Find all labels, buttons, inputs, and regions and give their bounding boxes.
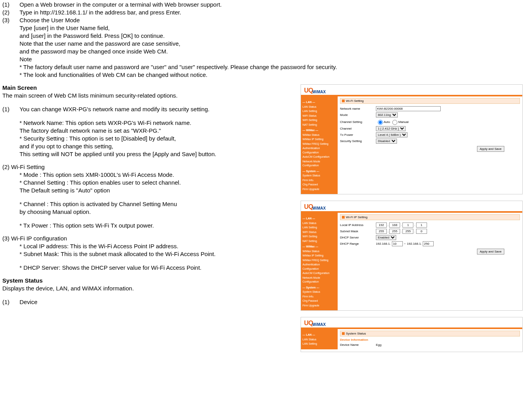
ip-p2: * Subnet Mask: This is the subnet mask a…: [20, 251, 297, 257]
logo-wimax: WiMAX: [312, 90, 326, 94]
sb2-firm-info[interactable]: Firm Info.: [303, 295, 336, 299]
devname-value: Egg: [376, 343, 381, 347]
sidebar-2: --- LAN --- LAN Status LAN Setting WiFi …: [301, 213, 338, 310]
logo-uq: UQ: [304, 87, 313, 94]
sidebar-firm-upgrade[interactable]: Firm Upgrade: [303, 187, 336, 192]
dhcp-label: DHCP Server: [340, 236, 376, 239]
wifi-p3: The Default setting is "Auto" option: [20, 187, 297, 194]
sb2-lan-h: --- LAN ---: [303, 217, 336, 221]
ch-select[interactable]: 1 [ 2.412 GHz ]: [376, 126, 406, 131]
logo-3: UQ WiMAX: [301, 317, 522, 327]
sb2-wimax-ip[interactable]: WiMax IP Setting: [303, 254, 336, 258]
step-text-1: Open a Web browser in the computer or a …: [20, 1, 222, 8]
sidebar-firm-info[interactable]: Firm Info.: [303, 178, 336, 183]
sb2-autocm[interactable]: AutoCM Configuration: [303, 271, 336, 276]
sb2-netmode[interactable]: Network Mode Configuration: [303, 276, 336, 284]
devname-label: Device Name: [340, 343, 376, 347]
sb3-lan-h: --- LAN ---: [303, 333, 336, 337]
sys-device-text: Device: [20, 299, 37, 305]
step3-p7: * The look and functionalities of Web CM…: [20, 71, 523, 78]
device-info-h: Device Information: [340, 338, 520, 342]
screenshot-wifi-setting: UQ WiMAX --- LAN --- LAN Status LAN Sett…: [301, 84, 523, 194]
panel-title-text-3: System Status: [346, 332, 366, 335]
sb2-wimax-status[interactable]: WiMax Status: [303, 249, 336, 254]
step3-p6: * The factory default user name and pass…: [20, 64, 523, 70]
sb3-lan-status[interactable]: LAN Status: [303, 338, 336, 342]
wifi-heading: (2) Wi-Fi Setting: [2, 164, 297, 170]
ip-b[interactable]: [389, 222, 400, 228]
ip-p3: * DHCP Server: Shows the DHCP server val…: [20, 264, 297, 271]
apply-save-button[interactable]: Apply and Save: [477, 146, 504, 152]
ip-d[interactable]: [416, 222, 427, 228]
mask-c[interactable]: [402, 229, 413, 234]
netname-input[interactable]: [376, 106, 441, 111]
sb2-firm-upgrade[interactable]: Firm Upgrade: [303, 304, 336, 308]
logo-wimax-2: WiMAX: [312, 206, 326, 210]
logo-wimax-3: WiMAX: [312, 322, 326, 327]
mode-select[interactable]: 802.11bg: [376, 112, 398, 117]
sb2-lan-status[interactable]: LAN Status: [303, 221, 336, 226]
sidebar-lan-setting[interactable]: LAN Setting: [303, 109, 336, 114]
chset-label: Channel Setting: [340, 120, 376, 124]
main-step-1: (1) You can change WXR-PG's network name…: [2, 106, 297, 112]
sec-select[interactable]: Disabled: [376, 139, 397, 144]
apply-save-button-2[interactable]: Apply and Save: [477, 249, 504, 254]
sys-p1: Displays the device, LAN, and WiMAX info…: [2, 285, 297, 292]
sidebar-sys-status[interactable]: System Status: [303, 174, 336, 178]
ip-a[interactable]: [376, 222, 387, 228]
screenshot-wifi-ip: UQ WiMAX --- LAN --- LAN Status LAN Sett…: [301, 201, 523, 311]
panel-icon: [342, 100, 345, 102]
tx-select[interactable]: Level 4 ( 6dBm ): [376, 132, 408, 137]
range-prefix1: 192.168.1.: [376, 242, 391, 246]
dhcp-select[interactable]: Enabled: [376, 235, 396, 240]
main-screen-heading: Main Screen: [2, 84, 297, 91]
sb2-wifi-setting[interactable]: WiFi Setting: [303, 235, 336, 239]
sb3-lan-setting[interactable]: LAN Setting: [303, 342, 336, 346]
sidebar-wimax-freq[interactable]: WiMax FREQ Setting: [303, 142, 336, 146]
sidebar-wifi-status[interactable]: WiFi Status: [303, 114, 336, 118]
sb2-sys-status[interactable]: System Status: [303, 290, 336, 294]
sb2-auth[interactable]: Authentication Configuration: [303, 263, 336, 271]
chset-auto-radio[interactable]: [378, 120, 383, 125]
sb2-lan-setting[interactable]: LAN Setting: [303, 226, 336, 230]
sb2-nat-setting[interactable]: NAT Setting: [303, 239, 336, 244]
wifi-p4: * Channel : This option is activated by …: [20, 201, 297, 207]
netname-label: Network name: [340, 107, 376, 110]
sb2-wifi-status[interactable]: WiFi Status: [303, 230, 336, 235]
step-1: (1) Open a Web browser in the computer o…: [2, 1, 523, 8]
sidebar-wimax-ip[interactable]: WiMax IP Setting: [303, 137, 336, 142]
range-v1[interactable]: [392, 241, 403, 246]
panel-title-text: Wi-Fi Setting: [346, 99, 364, 103]
sec-label: Security Setting: [340, 139, 376, 143]
sidebar-sys-h: --- System ---: [303, 169, 336, 174]
sidebar-lan-status[interactable]: LAN Status: [303, 105, 336, 109]
localip-label: Local IP Address: [340, 223, 376, 227]
sidebar-wimax-status[interactable]: WiMax Status: [303, 133, 336, 137]
ip-c[interactable]: [402, 222, 413, 228]
sb2-wimax-freq[interactable]: WiMax FREQ Setting: [303, 258, 336, 263]
step-text-2: Type in http://192.168.1.1/ in the addre…: [20, 9, 181, 16]
sidebar-netmode[interactable]: Network Mode Configuration: [303, 160, 336, 168]
panel-title-sys: System Status: [340, 331, 520, 336]
main-b5: This setting will NOT be applied until y…: [20, 151, 297, 157]
step3-p4: and the password may be changed once ins…: [20, 48, 523, 55]
sidebar-chg-passwd[interactable]: Chg Passwd: [303, 183, 336, 187]
sb2-chg-passwd[interactable]: Chg Passwd: [303, 299, 336, 303]
sidebar-nat-setting[interactable]: NAT Setting: [303, 123, 336, 127]
sidebar-auth[interactable]: Authentication Configuration: [303, 146, 336, 155]
main-step1-text: You can change WXR-PG's network name and…: [20, 106, 210, 112]
sidebar-3: --- LAN --- LAN Status LAN Setting: [301, 329, 338, 349]
mask-d[interactable]: [416, 229, 427, 234]
wifi-p2: * Channel Setting : This option enables …: [20, 179, 297, 186]
screenshot-system-status: UQ WiMAX --- LAN --- LAN Status LAN Sett…: [301, 317, 523, 352]
range-v2[interactable]: [423, 241, 434, 246]
mask-b[interactable]: [389, 229, 400, 234]
mask-a[interactable]: [376, 229, 387, 234]
sidebar-wimax-h: --- WiMax ---: [303, 128, 336, 133]
sidebar-wifi-setting[interactable]: WiFi Setting: [303, 118, 336, 123]
sidebar-autocm[interactable]: AutoCM Configuration: [303, 155, 336, 159]
step3-p3: Note that the user name and the password…: [20, 40, 523, 47]
sidebar-lan-h: --- LAN ---: [303, 100, 336, 105]
chset-manual-radio[interactable]: [392, 120, 397, 125]
panel-icon-2: [342, 216, 345, 219]
